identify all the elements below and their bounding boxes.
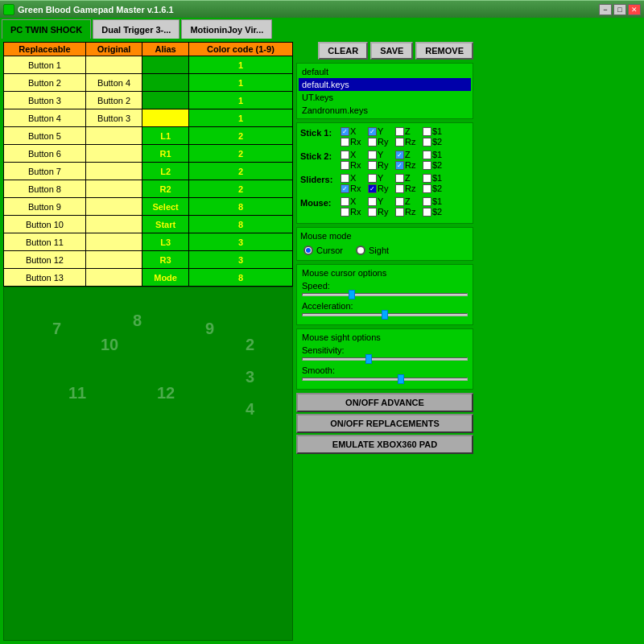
cell-colorcode[interactable]: 1: [188, 74, 292, 92]
sliders-rz[interactable]: Rz: [395, 184, 419, 193]
cell-alias[interactable]: L1: [142, 127, 189, 145]
cell-replaceable[interactable]: Button 5: [4, 127, 86, 145]
stick1-y[interactable]: ✓Y: [368, 126, 392, 136]
cell-colorcode[interactable]: 2: [188, 163, 292, 180]
table-row[interactable]: Button 4Button 31: [4, 109, 293, 127]
table-row[interactable]: Button 12R33: [4, 251, 293, 269]
cell-original[interactable]: Button 3: [85, 109, 142, 127]
table-row[interactable]: Button 6R12: [4, 145, 293, 163]
mouse-rx[interactable]: Rx: [341, 207, 365, 217]
mouse-s1[interactable]: $1: [423, 196, 447, 206]
cell-alias[interactable]: R2: [142, 180, 189, 198]
sliders-ry[interactable]: ✓Ry: [368, 184, 392, 193]
cell-alias[interactable]: Mode: [142, 269, 189, 287]
stick2-s2[interactable]: $2: [423, 160, 447, 170]
stick1-s1[interactable]: $1: [423, 126, 447, 136]
cell-alias[interactable]: [142, 109, 189, 127]
cell-alias[interactable]: [142, 92, 189, 109]
cell-original[interactable]: [85, 216, 142, 233]
cell-alias[interactable]: Start: [142, 216, 189, 233]
cell-replaceable[interactable]: Button 1: [4, 56, 86, 74]
profile-item-zandronum[interactable]: Zandronum.keys: [299, 104, 471, 117]
cell-replaceable[interactable]: Button 9: [4, 198, 86, 216]
cell-original[interactable]: [85, 233, 142, 251]
cell-colorcode[interactable]: 1: [188, 56, 292, 74]
cell-replaceable[interactable]: Button 2: [4, 74, 86, 92]
stick1-z[interactable]: Z: [395, 126, 419, 136]
replacements-button[interactable]: ON/OFF REPLACEMENTS: [296, 414, 473, 433]
smooth-slider-thumb[interactable]: [398, 374, 404, 384]
cell-colorcode[interactable]: 1: [188, 109, 292, 127]
cell-original[interactable]: [85, 163, 142, 180]
cell-colorcode[interactable]: 1: [188, 92, 292, 109]
stick2-y[interactable]: Y: [368, 150, 392, 159]
sliders-s2[interactable]: $2: [423, 184, 447, 193]
cell-colorcode[interactable]: 2: [188, 180, 292, 198]
cell-colorcode[interactable]: 3: [188, 251, 292, 269]
mouse-z[interactable]: Z: [395, 196, 419, 206]
profile-item-default[interactable]: default.keys: [299, 78, 471, 91]
tab-dual-trigger[interactable]: Dual Trigger 3-...: [93, 19, 180, 39]
stick2-ry[interactable]: Ry: [368, 160, 392, 170]
sliders-s1[interactable]: $1: [423, 173, 447, 183]
cell-original[interactable]: Button 2: [85, 92, 142, 109]
table-row[interactable]: Button 13Mode8: [4, 269, 293, 287]
profile-item-ut[interactable]: UT.keys: [299, 91, 471, 104]
cell-replaceable[interactable]: Button 13: [4, 269, 86, 287]
table-row[interactable]: Button 2Button 41: [4, 74, 293, 92]
cell-original[interactable]: [85, 127, 142, 145]
cell-replaceable[interactable]: Button 6: [4, 145, 86, 163]
cell-replaceable[interactable]: Button 7: [4, 163, 86, 180]
cell-original[interactable]: [85, 251, 142, 269]
cell-replaceable[interactable]: Button 12: [4, 251, 86, 269]
cell-colorcode[interactable]: 2: [188, 127, 292, 145]
stick1-x[interactable]: ✓X: [341, 126, 365, 136]
cell-colorcode[interactable]: 2: [188, 145, 292, 163]
acceleration-slider-thumb[interactable]: [382, 310, 388, 320]
table-row[interactable]: Button 11L33: [4, 233, 293, 251]
sliders-y[interactable]: Y: [368, 173, 392, 183]
cell-colorcode[interactable]: 3: [188, 233, 292, 251]
table-row[interactable]: Button 7L22: [4, 163, 293, 180]
sliders-rx[interactable]: ✓Rx: [341, 184, 365, 193]
table-row[interactable]: Button 9Select8: [4, 198, 293, 216]
speed-slider-track[interactable]: [302, 293, 468, 296]
sensitivity-slider-track[interactable]: [302, 357, 468, 361]
cell-replaceable[interactable]: Button 4: [4, 109, 86, 127]
mouse-ry[interactable]: Ry: [368, 207, 392, 217]
sliders-x[interactable]: X: [341, 173, 365, 183]
table-row[interactable]: Button 10Start8: [4, 216, 293, 233]
stick1-rx[interactable]: Rx: [341, 137, 365, 147]
cell-colorcode[interactable]: 8: [188, 216, 292, 233]
sensitivity-slider-thumb[interactable]: [365, 354, 372, 364]
mouse-y[interactable]: Y: [368, 196, 392, 206]
stick2-rz[interactable]: ✓Rz: [395, 160, 419, 170]
speed-slider-thumb[interactable]: [349, 290, 355, 299]
remove-button[interactable]: REMOVE: [415, 42, 473, 60]
cell-replaceable[interactable]: Button 3: [4, 92, 86, 109]
smooth-slider-track[interactable]: [302, 378, 468, 381]
cell-colorcode[interactable]: 8: [188, 269, 292, 287]
stick2-z[interactable]: ✓Z: [395, 150, 419, 159]
cell-replaceable[interactable]: Button 10: [4, 216, 86, 233]
tab-motioninjoy[interactable]: MotioninJoy Vir...: [181, 19, 272, 39]
cell-colorcode[interactable]: 8: [188, 198, 292, 216]
cell-original[interactable]: Button 4: [85, 74, 142, 92]
table-row[interactable]: Button 11: [4, 56, 293, 74]
mouse-s2[interactable]: $2: [423, 207, 447, 217]
cell-original[interactable]: [85, 56, 142, 74]
close-button[interactable]: ✕: [628, 4, 641, 15]
tab-pc-twin-shock[interactable]: PC TWIN SHOCK: [2, 19, 91, 39]
clear-button[interactable]: CLEAR: [318, 42, 368, 60]
mouse-x[interactable]: X: [341, 196, 365, 206]
cell-alias[interactable]: L3: [142, 233, 189, 251]
cell-alias[interactable]: [142, 56, 189, 74]
cell-alias[interactable]: Select: [142, 198, 189, 216]
cell-replaceable[interactable]: Button 8: [4, 180, 86, 198]
mouse-rz[interactable]: Rz: [395, 207, 419, 217]
cell-original[interactable]: [85, 145, 142, 163]
advance-button[interactable]: ON/OFF ADVANCE: [296, 393, 473, 412]
cell-alias[interactable]: R1: [142, 145, 189, 163]
stick2-s1[interactable]: $1: [423, 150, 447, 159]
emulate-button[interactable]: EMULATE XBOX360 PAD: [296, 435, 473, 454]
